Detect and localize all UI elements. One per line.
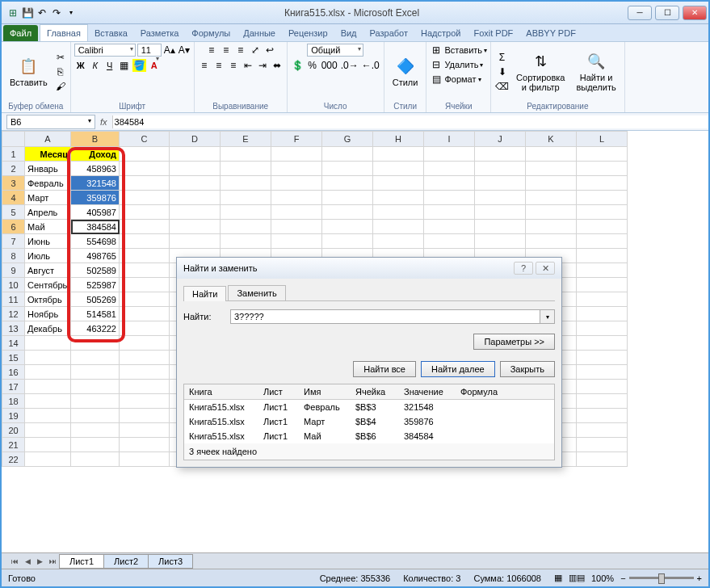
zoom-track[interactable] — [629, 577, 694, 579]
cell-B15[interactable] — [71, 351, 120, 365]
cell-B9[interactable]: 502589 — [71, 263, 120, 278]
cell-A2[interactable]: Январь — [25, 162, 71, 176]
col-sheet[interactable]: Лист — [258, 384, 299, 399]
cell-I4[interactable] — [424, 191, 475, 205]
cell-K2[interactable] — [526, 162, 577, 176]
cell-B20[interactable] — [71, 423, 120, 438]
cell-I5[interactable] — [424, 205, 475, 220]
view-layout-icon[interactable]: ▥ — [569, 573, 577, 583]
cell-A6[interactable]: Май — [25, 220, 71, 234]
cell-D5[interactable] — [170, 205, 221, 220]
col-value[interactable]: Значение — [399, 384, 456, 399]
cell-A7[interactable]: Июнь — [25, 234, 71, 249]
font-name-combo[interactable]: Calibri — [74, 44, 136, 57]
cell-B11[interactable]: 505269 — [71, 292, 120, 307]
cell-L11[interactable] — [577, 292, 628, 307]
cell-A11[interactable]: Октябрь — [25, 292, 71, 307]
sheet-nav-first-icon[interactable]: ⏮ — [8, 556, 22, 566]
cell-E3[interactable] — [221, 176, 271, 191]
cell-I3[interactable] — [424, 176, 475, 191]
merge-icon[interactable]: ⬌ — [271, 59, 284, 72]
cell-C4[interactable] — [120, 191, 170, 205]
cell-C16[interactable] — [120, 365, 170, 380]
cell-A1[interactable]: Месяц — [25, 147, 71, 162]
sheet-nav-next-icon[interactable]: ▶ — [34, 556, 46, 566]
comma-icon[interactable]: 000 — [321, 59, 338, 72]
cell-B12[interactable]: 514581 — [71, 307, 120, 321]
cell-E6[interactable] — [221, 220, 271, 234]
cell-B21[interactable] — [71, 438, 120, 452]
cell-H7[interactable] — [373, 234, 424, 249]
cell-C20[interactable] — [120, 423, 170, 438]
cell-L5[interactable] — [577, 205, 628, 220]
row-header-10[interactable]: 10 — [2, 278, 25, 292]
cell-F6[interactable] — [271, 220, 322, 234]
row-header-1[interactable]: 1 — [2, 147, 25, 162]
cell-L19[interactable] — [577, 409, 628, 423]
cell-F5[interactable] — [271, 205, 322, 220]
col-header-K[interactable]: K — [526, 132, 577, 147]
tab-insert[interactable]: Вставка — [88, 25, 134, 41]
col-header-A[interactable]: A — [25, 132, 71, 147]
cell-D4[interactable] — [170, 191, 221, 205]
row-header-22[interactable]: 22 — [2, 452, 25, 467]
styles-button[interactable]: 🔷 Стили — [388, 55, 423, 89]
cell-L12[interactable] — [577, 307, 628, 321]
cell-J4[interactable] — [475, 191, 526, 205]
save-icon[interactable]: 💾 — [21, 6, 34, 19]
col-cell[interactable]: Ячейка — [351, 384, 399, 399]
cell-G7[interactable] — [322, 234, 373, 249]
cell-L9[interactable] — [577, 263, 628, 278]
cell-B4[interactable]: 359876 — [71, 191, 120, 205]
sheet-tab-2[interactable]: Лист2 — [103, 554, 149, 569]
cell-E5[interactable] — [221, 205, 271, 220]
cell-C17[interactable] — [120, 380, 170, 394]
tab-find[interactable]: Найти — [183, 286, 226, 301]
row-header-3[interactable]: 3 — [2, 176, 25, 191]
cell-G3[interactable] — [322, 176, 373, 191]
tab-abbyy[interactable]: ABBYY PDF — [519, 25, 582, 41]
align-left-icon[interactable]: ≡ — [198, 59, 211, 72]
cell-A17[interactable] — [25, 380, 71, 394]
dialog-close-button[interactable]: ✕ — [536, 262, 555, 275]
col-header-J[interactable]: J — [475, 132, 526, 147]
cell-L3[interactable] — [577, 176, 628, 191]
cell-C6[interactable] — [120, 220, 170, 234]
cell-C22[interactable] — [120, 452, 170, 467]
cell-C1[interactable] — [120, 147, 170, 162]
undo-icon[interactable]: ↶ — [36, 6, 48, 19]
cell-C18[interactable] — [120, 394, 170, 409]
cell-L10[interactable] — [577, 278, 628, 292]
tab-addins[interactable]: Надстрой — [414, 25, 467, 41]
cells-delete-icon[interactable]: ⊟ — [430, 58, 443, 71]
cell-A18[interactable] — [25, 394, 71, 409]
cell-I1[interactable] — [424, 147, 475, 162]
cell-A14[interactable] — [25, 336, 71, 351]
cell-A5[interactable]: Апрель — [25, 205, 71, 220]
tab-file[interactable]: Файл — [3, 25, 38, 41]
decrease-font-icon[interactable]: A▾ — [178, 44, 191, 57]
cell-K7[interactable] — [526, 234, 577, 249]
cell-C7[interactable] — [120, 234, 170, 249]
cell-A16[interactable] — [25, 365, 71, 380]
clear-icon[interactable]: ⌫ — [494, 80, 510, 93]
tab-developer[interactable]: Разработ — [363, 25, 414, 41]
copy-icon[interactable]: ⎘ — [54, 65, 67, 78]
increase-decimal-icon[interactable]: .0→ — [340, 59, 359, 72]
increase-font-icon[interactable]: A▴ — [163, 44, 176, 57]
sheet-tab-3[interactable]: Лист3 — [148, 554, 193, 569]
row-header-8[interactable]: 8 — [2, 249, 25, 263]
percent-icon[interactable]: % — [306, 59, 319, 72]
cell-A19[interactable] — [25, 409, 71, 423]
bold-button[interactable]: Ж — [74, 59, 87, 72]
cell-L13[interactable] — [577, 321, 628, 336]
cut-icon[interactable]: ✂ — [54, 51, 67, 64]
row-header-5[interactable]: 5 — [2, 205, 25, 220]
cell-B6[interactable]: 384584 — [71, 220, 120, 234]
cell-G2[interactable] — [322, 162, 373, 176]
cell-B18[interactable] — [71, 394, 120, 409]
tab-foxit[interactable]: Foxit PDF — [467, 25, 519, 41]
row-header-13[interactable]: 13 — [2, 321, 25, 336]
find-dropdown-icon[interactable]: ▾ — [540, 309, 555, 324]
cell-L8[interactable] — [577, 249, 628, 263]
